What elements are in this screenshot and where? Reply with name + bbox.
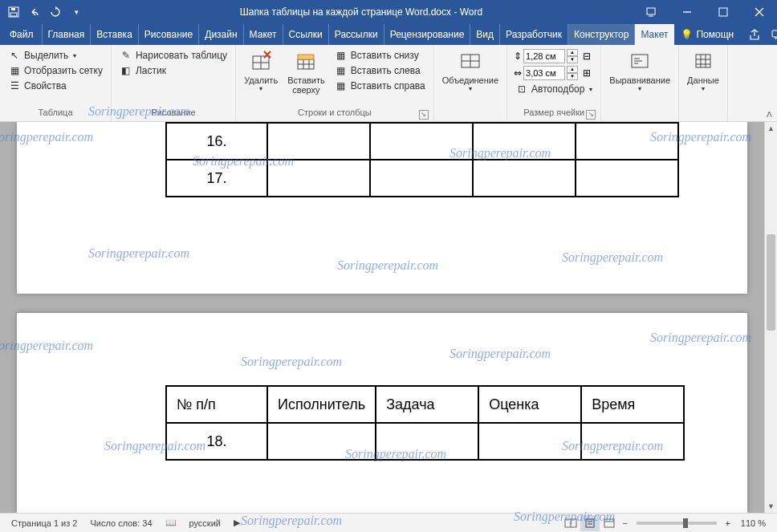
word-count[interactable]: Число слов: 34 bbox=[83, 518, 158, 528]
document-scroll[interactable]: 16. 17. № п/п Исполнитель Задача Оценка … bbox=[0, 122, 764, 513]
page-indicator[interactable]: Страница 1 из 2 bbox=[5, 518, 83, 528]
comments-button[interactable] bbox=[771, 28, 777, 41]
table-cell[interactable]: 16. bbox=[166, 123, 267, 160]
ribbon: ↖Выделить▾ ▦Отобразить сетку ☰Свойства Т… bbox=[0, 45, 777, 122]
tab-view[interactable]: Вид bbox=[470, 24, 500, 45]
table-cell[interactable] bbox=[581, 423, 684, 460]
row-height-input[interactable] bbox=[523, 49, 565, 63]
tab-home[interactable]: Главная bbox=[43, 24, 92, 45]
scroll-up-button[interactable]: ▲ bbox=[765, 122, 777, 135]
properties-button[interactable]: ☰Свойства bbox=[5, 79, 106, 93]
tab-table-layout[interactable]: Макет bbox=[635, 24, 674, 45]
ribbon-options-button[interactable] bbox=[633, 0, 669, 24]
zoom-level[interactable]: 110 % bbox=[734, 518, 772, 528]
redo-button[interactable] bbox=[48, 5, 63, 19]
language-indicator[interactable]: русский bbox=[183, 518, 227, 528]
tab-mailings[interactable]: Рассылки bbox=[329, 24, 384, 45]
maximize-button[interactable] bbox=[705, 0, 741, 24]
macro-indicator[interactable]: ▶ bbox=[227, 518, 246, 528]
qat-dropdown[interactable]: ▾ bbox=[69, 5, 83, 19]
column-width-input[interactable] bbox=[523, 66, 565, 80]
zoom-slider[interactable] bbox=[637, 522, 717, 525]
tab-layout[interactable]: Макет bbox=[244, 24, 283, 45]
tab-draw[interactable]: Рисование bbox=[139, 24, 199, 45]
svg-rect-2 bbox=[11, 8, 15, 10]
table-header-cell[interactable]: Время bbox=[581, 386, 684, 423]
vertical-scrollbar[interactable]: ▲ ▼ bbox=[764, 122, 777, 513]
table-cell[interactable] bbox=[478, 423, 581, 460]
table-cell[interactable] bbox=[576, 123, 678, 160]
table-header-cell[interactable]: Задача bbox=[376, 386, 478, 423]
share-button[interactable] bbox=[748, 28, 761, 41]
tell-me[interactable]: 💡 Помощн bbox=[674, 24, 740, 45]
data-icon bbox=[690, 48, 716, 74]
read-mode-button[interactable] bbox=[561, 515, 580, 531]
draw-table-button[interactable]: ✎Нарисовать таблицу bbox=[116, 48, 230, 63]
tab-developer[interactable]: Разработчик bbox=[500, 24, 568, 45]
tab-insert[interactable]: Вставка bbox=[91, 24, 139, 45]
spell-check-button[interactable]: 📖 bbox=[159, 518, 183, 528]
undo-button[interactable] bbox=[27, 5, 42, 19]
close-button[interactable] bbox=[741, 0, 777, 24]
table-cell[interactable] bbox=[473, 160, 576, 197]
merge-button[interactable]: Объединение▾ bbox=[437, 47, 503, 94]
table-cell[interactable]: 18. bbox=[166, 423, 267, 460]
collapse-ribbon-button[interactable]: ᐱ bbox=[767, 110, 772, 119]
table-cell[interactable] bbox=[370, 160, 473, 197]
height-spin-up[interactable]: ▲ bbox=[567, 49, 578, 56]
distribute-rows-button[interactable]: ⊟ bbox=[583, 51, 591, 62]
insert-left-button[interactable]: ▦Вставить слева bbox=[332, 63, 429, 78]
web-layout-button[interactable] bbox=[600, 515, 619, 531]
table-cell[interactable] bbox=[267, 123, 370, 160]
table-cell[interactable]: 17. bbox=[166, 160, 267, 197]
save-button[interactable] bbox=[6, 5, 21, 19]
table-cell[interactable] bbox=[370, 123, 473, 160]
group-cell-size-label: Размер ячейки↘ bbox=[511, 107, 597, 121]
tab-table-design[interactable]: Конструктор bbox=[568, 24, 635, 45]
insert-above-button[interactable]: Вставить сверху bbox=[283, 47, 330, 96]
table-page2[interactable]: № п/п Исполнитель Задача Оценка Время 18… bbox=[165, 385, 685, 461]
window-controls bbox=[633, 0, 777, 24]
tab-review[interactable]: Рецензирование bbox=[384, 24, 471, 45]
insert-below-button[interactable]: ▦Вставить снизу bbox=[332, 48, 429, 63]
scroll-down-button[interactable]: ▼ bbox=[765, 500, 777, 513]
gridlines-button[interactable]: ▦Отобразить сетку bbox=[5, 63, 106, 78]
insert-right-button[interactable]: ▦Вставить справа bbox=[332, 79, 429, 93]
table-cell[interactable] bbox=[267, 160, 370, 197]
table-cell[interactable] bbox=[473, 123, 576, 160]
zoom-slider-thumb[interactable] bbox=[683, 518, 688, 528]
table-header-cell[interactable]: № п/п bbox=[166, 386, 267, 423]
width-spin-down[interactable]: ▼ bbox=[567, 73, 578, 80]
zoom-out-button[interactable]: − bbox=[619, 518, 632, 528]
spellcheck-icon: 📖 bbox=[165, 518, 177, 528]
table-header-cell[interactable]: Оценка bbox=[478, 386, 581, 423]
eraser-button[interactable]: ◧Ластик bbox=[116, 63, 230, 78]
table-cell[interactable] bbox=[267, 423, 376, 460]
group-merge: Объединение▾ bbox=[434, 45, 507, 121]
table-row: 18. bbox=[166, 423, 684, 460]
alignment-button[interactable]: Выравнивание▾ bbox=[604, 47, 675, 94]
distribute-columns-button[interactable]: ⊞ bbox=[583, 67, 591, 79]
table-cell[interactable] bbox=[576, 160, 678, 197]
rows-columns-launcher[interactable]: ↘ bbox=[419, 110, 429, 120]
autofit-button[interactable]: ⊡Автоподбор▾ bbox=[512, 82, 596, 96]
zoom-in-button[interactable]: + bbox=[722, 518, 734, 528]
scroll-thumb[interactable] bbox=[767, 234, 775, 331]
minimize-button[interactable] bbox=[669, 0, 705, 24]
select-button[interactable]: ↖Выделить▾ bbox=[5, 48, 106, 63]
table-cell[interactable] bbox=[376, 423, 478, 460]
tab-references[interactable]: Ссылки bbox=[283, 24, 329, 45]
table-page1[interactable]: 16. 17. bbox=[165, 122, 679, 197]
svg-rect-5 bbox=[772, 30, 777, 37]
print-layout-button[interactable] bbox=[580, 515, 600, 531]
width-spin-up[interactable]: ▲ bbox=[567, 66, 578, 73]
group-draw: ✎Нарисовать таблицу ◧Ластик Рисование bbox=[112, 45, 236, 121]
tab-design[interactable]: Дизайн bbox=[199, 24, 243, 45]
tab-file[interactable]: Файл bbox=[2, 24, 43, 45]
delete-button[interactable]: Удалить▾ bbox=[239, 47, 283, 94]
data-button[interactable]: Данные▾ bbox=[682, 47, 724, 94]
height-spin-down[interactable]: ▼ bbox=[567, 56, 578, 63]
cell-size-launcher[interactable]: ↘ bbox=[586, 110, 596, 120]
table-header-cell[interactable]: Исполнитель bbox=[267, 386, 376, 423]
insert-right-icon: ▦ bbox=[335, 79, 348, 92]
